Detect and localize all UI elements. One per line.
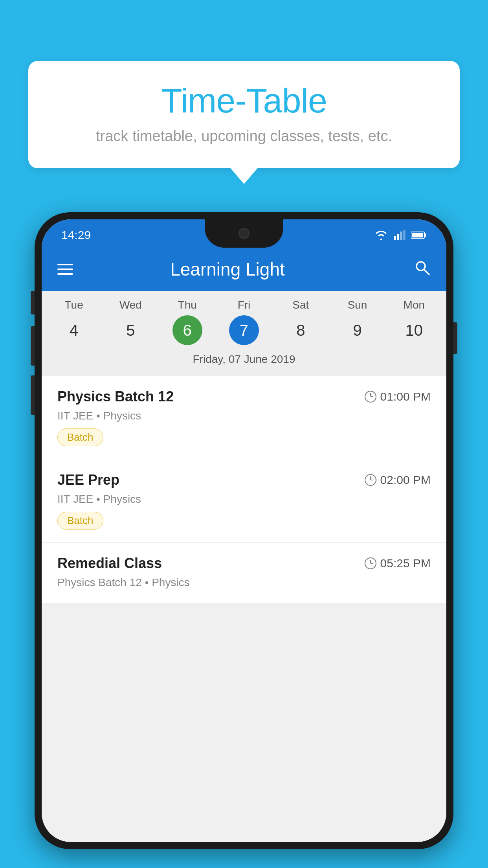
day-col-fri[interactable]: Fri 7 xyxy=(218,299,270,345)
schedule-item-3[interactable]: Remedial Class 05:25 PM Physics Batch 12… xyxy=(42,542,446,603)
schedule-time-text-1: 01:00 PM xyxy=(380,390,431,403)
phone-screen: 14:29 xyxy=(42,219,446,842)
day-num-fri: 7 xyxy=(229,315,259,345)
schedule-time-text-2: 02:00 PM xyxy=(380,473,431,487)
phone-outer: 14:29 xyxy=(35,212,453,849)
svg-line-8 xyxy=(424,269,429,274)
phone-button-left-1 xyxy=(31,291,35,314)
day-label-wed: Wed xyxy=(119,299,142,311)
calendar-strip: Tue 4 Wed 5 Thu 6 Fri xyxy=(42,291,446,376)
schedule-time-1: 01:00 PM xyxy=(365,390,431,403)
day-col-thu[interactable]: Thu 6 xyxy=(162,299,213,345)
schedule-item-header-1: Physics Batch 12 01:00 PM xyxy=(57,388,431,405)
app-bar: Learning Light xyxy=(42,248,446,291)
svg-rect-5 xyxy=(424,234,426,237)
svg-rect-3 xyxy=(403,230,405,240)
schedule-subtitle-2: IIT JEE • Physics xyxy=(57,493,431,506)
clock-icon-1 xyxy=(365,391,376,403)
day-col-sat[interactable]: Sat 8 xyxy=(275,299,326,345)
selected-date: Friday, 07 June 2019 xyxy=(46,349,442,372)
batch-badge-2: Batch xyxy=(57,512,103,530)
schedule-item-1[interactable]: Physics Batch 12 01:00 PM IIT JEE • Phys… xyxy=(42,376,446,459)
day-col-sun[interactable]: Sun 9 xyxy=(332,299,383,345)
svg-rect-2 xyxy=(400,232,402,240)
day-col-wed[interactable]: Wed 5 xyxy=(105,299,156,345)
status-icons xyxy=(374,230,427,241)
tooltip-title: Time-Table xyxy=(52,81,436,121)
batch-badge-1: Batch xyxy=(57,428,103,446)
schedule-list: Physics Batch 12 01:00 PM IIT JEE • Phys… xyxy=(42,376,446,603)
app-title: Learning Light xyxy=(57,259,398,280)
day-num-wed: 5 xyxy=(116,315,145,345)
phone-camera xyxy=(238,228,250,239)
status-time: 14:29 xyxy=(61,228,91,242)
tooltip-subtitle: track timetable, upcoming classes, tests… xyxy=(52,128,436,145)
schedule-time-3: 05:25 PM xyxy=(365,557,431,570)
clock-icon-2 xyxy=(365,474,376,486)
schedule-item-2[interactable]: JEE Prep 02:00 PM IIT JEE • Physics Batc… xyxy=(42,459,446,542)
svg-rect-6 xyxy=(412,233,423,237)
phone-button-right xyxy=(453,322,457,354)
search-button[interactable] xyxy=(413,259,431,280)
day-label-fri: Fri xyxy=(238,299,251,311)
schedule-title-2: JEE Prep xyxy=(57,472,119,488)
day-label-sat: Sat xyxy=(292,299,309,311)
schedule-time-2: 02:00 PM xyxy=(365,473,431,487)
clock-icon-3 xyxy=(365,557,376,569)
day-num-thu: 6 xyxy=(172,315,202,345)
schedule-title-3: Remedial Class xyxy=(57,555,162,572)
phone-button-left-3 xyxy=(31,375,35,415)
day-num-sat: 8 xyxy=(286,315,316,345)
day-label-mon: Mon xyxy=(404,299,425,311)
phone-mockup: 14:29 xyxy=(35,212,453,868)
day-num-sun: 9 xyxy=(343,315,372,345)
svg-rect-1 xyxy=(397,234,399,240)
day-num-mon: 10 xyxy=(399,315,429,345)
day-label-tue: Tue xyxy=(65,299,83,311)
svg-rect-0 xyxy=(394,236,396,240)
battery-icon xyxy=(411,231,427,239)
schedule-item-header-3: Remedial Class 05:25 PM xyxy=(57,555,431,572)
day-num-tue: 4 xyxy=(59,315,89,345)
day-col-mon[interactable]: Mon 10 xyxy=(389,299,440,345)
days-row: Tue 4 Wed 5 Thu 6 Fri xyxy=(46,299,442,345)
day-label-thu: Thu xyxy=(178,299,197,311)
schedule-title-1: Physics Batch 12 xyxy=(57,388,174,405)
schedule-time-text-3: 05:25 PM xyxy=(380,557,431,570)
schedule-subtitle-3: Physics Batch 12 • Physics xyxy=(57,576,431,589)
phone-notch xyxy=(205,219,283,248)
day-col-tue[interactable]: Tue 4 xyxy=(48,299,99,345)
tooltip-card: Time-Table track timetable, upcoming cla… xyxy=(28,61,460,168)
phone-button-left-2 xyxy=(31,326,35,366)
schedule-item-header-2: JEE Prep 02:00 PM xyxy=(57,472,431,488)
day-label-sun: Sun xyxy=(348,299,367,311)
signal-icon xyxy=(394,230,405,240)
wifi-icon xyxy=(374,230,388,241)
schedule-subtitle-1: IIT JEE • Physics xyxy=(57,410,431,422)
